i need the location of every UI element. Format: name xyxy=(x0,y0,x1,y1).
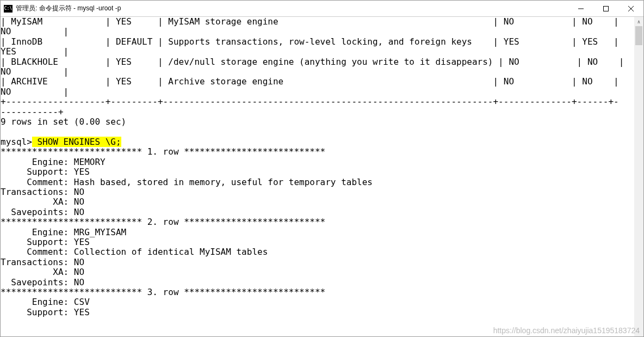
cmd-icon: C:\ xyxy=(4,5,13,13)
minimize-button[interactable] xyxy=(568,1,593,16)
titlebar: C:\ 管理员: 命令提示符 - mysql -uroot -p xyxy=(1,1,643,17)
close-button[interactable] xyxy=(618,1,643,16)
terminal-output[interactable]: | MyISAM | YES | MyISAM storage engine |… xyxy=(1,17,634,336)
svg-rect-1 xyxy=(604,6,609,11)
scroll-thumb[interactable] xyxy=(635,26,642,45)
scrollbar[interactable]: ∧ xyxy=(634,17,643,336)
maximize-button[interactable] xyxy=(593,1,618,16)
window-controls xyxy=(568,1,643,16)
window-title: 管理员: 命令提示符 - mysql -uroot -p xyxy=(16,4,568,13)
scroll-up-icon[interactable]: ∧ xyxy=(634,17,643,26)
watermark: https://blog.csdn.net/zhaiyujia151951837… xyxy=(493,326,640,335)
